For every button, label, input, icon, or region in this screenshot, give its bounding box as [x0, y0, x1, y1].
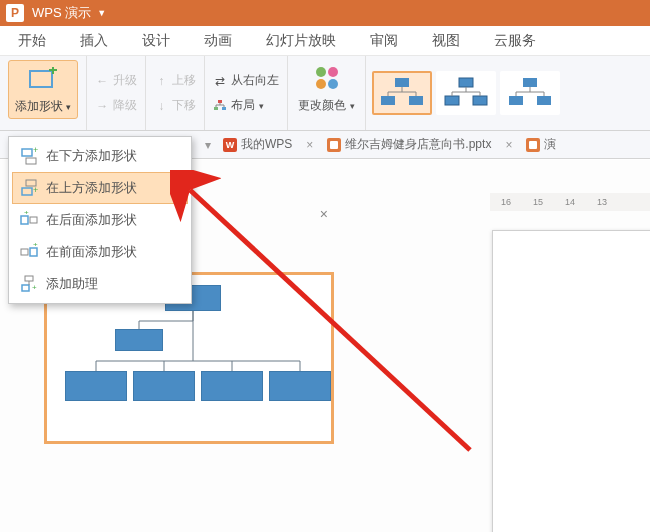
- add-shape-dropdown: + 在下方添加形状 + 在上方添加形状 + 在后面添加形状 + 在前面添加形状 …: [8, 136, 192, 304]
- demote-icon: →: [95, 99, 109, 113]
- svg-text:+: +: [33, 185, 38, 195]
- ribbon-group-direction: ⇄ 从右向左 布局 ▾: [205, 56, 288, 130]
- movedown-label: 下移: [172, 97, 196, 114]
- menu-design[interactable]: 设计: [142, 32, 170, 50]
- smartart-style-1[interactable]: [372, 71, 432, 115]
- wps-logo-icon: W: [223, 138, 237, 152]
- promote-icon: ←: [95, 74, 109, 88]
- svg-text:+: +: [33, 147, 38, 155]
- org-connectors: [57, 285, 321, 431]
- promote-button[interactable]: ← 升级: [95, 72, 137, 89]
- ribbon-group-addshape: 添加形状 ▾: [0, 56, 87, 130]
- rtl-label: 从右向左: [231, 72, 279, 89]
- svg-rect-22: [445, 96, 459, 105]
- svg-point-13: [328, 79, 338, 89]
- svg-rect-16: [409, 96, 423, 105]
- menuitem-add-after-label: 在后面添加形状: [46, 211, 137, 229]
- menu-slideshow[interactable]: 幻灯片放映: [266, 32, 336, 50]
- ribbon-styles-gallery: [366, 56, 566, 130]
- promote-label: 升级: [113, 72, 137, 89]
- svg-rect-14: [395, 78, 409, 87]
- svg-rect-45: [30, 248, 37, 256]
- add-before-icon: +: [20, 243, 38, 261]
- tab-close-2[interactable]: ×: [503, 138, 514, 152]
- svg-point-12: [316, 79, 326, 89]
- add-shape-icon: [23, 64, 63, 96]
- demote-label: 降级: [113, 97, 137, 114]
- menuitem-add-assistant-label: 添加助理: [46, 275, 98, 293]
- moveup-label: 上移: [172, 72, 196, 89]
- app-title: WPS 演示: [32, 4, 91, 22]
- main-slide-canvas[interactable]: [492, 230, 650, 532]
- svg-text:+: +: [33, 243, 38, 249]
- demote-button[interactable]: → 降级: [95, 97, 137, 114]
- layout-label: 布局 ▾: [231, 97, 263, 114]
- menuitem-add-above[interactable]: + 在上方添加形状: [12, 172, 188, 204]
- movedown-button[interactable]: ↓ 下移: [154, 97, 196, 114]
- add-shape-button[interactable]: 添加形状 ▾: [8, 60, 78, 119]
- ribbon: 添加形状 ▾ ← 升级 → 降级 ↑ 上移 ↓ 下移 ⇄ 从右向左: [0, 56, 650, 131]
- tab-partial-label: 演: [544, 136, 556, 153]
- smartart-style-2[interactable]: [436, 71, 496, 115]
- svg-rect-36: [26, 158, 36, 164]
- menuitem-add-before-label: 在前面添加形状: [46, 243, 137, 261]
- menu-insert[interactable]: 插入: [80, 32, 108, 50]
- tabbar-chevron-icon[interactable]: ▾: [205, 138, 211, 152]
- svg-rect-48: [22, 285, 29, 291]
- menu-cloud[interactable]: 云服务: [494, 32, 536, 50]
- menu-start[interactable]: 开始: [18, 32, 46, 50]
- app-logo: P: [6, 4, 24, 22]
- pptx-icon-2: [526, 138, 540, 152]
- menuitem-add-before[interactable]: + 在前面添加形状: [12, 236, 188, 268]
- svg-rect-23: [473, 96, 487, 105]
- svg-rect-42: [30, 217, 37, 223]
- add-shape-label: 添加形状 ▾: [15, 98, 71, 115]
- rtl-button[interactable]: ⇄ 从右向左: [213, 72, 279, 89]
- tab-mywps[interactable]: W 我的WPS: [217, 136, 298, 153]
- svg-rect-29: [509, 96, 523, 105]
- ruler-tick: 16: [490, 197, 522, 207]
- ruler-tick: 15: [522, 197, 554, 207]
- menubar: 开始 插入 设计 动画 幻灯片放映 审阅 视图 云服务: [0, 26, 650, 56]
- menuitem-add-assistant[interactable]: + 添加助理: [12, 268, 188, 300]
- menuitem-add-below-label: 在下方添加形状: [46, 147, 137, 165]
- menuitem-add-above-label: 在上方添加形状: [46, 179, 137, 197]
- menu-view[interactable]: 视图: [432, 32, 460, 50]
- add-below-icon: +: [20, 147, 38, 165]
- ruler-tick: 14: [554, 197, 586, 207]
- smartart-style-3[interactable]: [500, 71, 560, 115]
- movedown-icon: ↓: [154, 99, 168, 113]
- change-color-button[interactable]: 更改颜色 ▾: [288, 56, 365, 130]
- menuitem-add-after[interactable]: + 在后面添加形状: [12, 204, 188, 236]
- tab-partial[interactable]: 演: [520, 136, 562, 153]
- ribbon-group-move: ↑ 上移 ↓ 下移: [146, 56, 205, 130]
- layout-button[interactable]: 布局 ▾: [213, 97, 279, 114]
- menu-review[interactable]: 审阅: [370, 32, 398, 50]
- menuitem-add-below[interactable]: + 在下方添加形状: [12, 140, 188, 172]
- svg-rect-4: [214, 107, 218, 110]
- tab-close-1[interactable]: ×: [304, 138, 315, 152]
- tab-document[interactable]: 维尔吉姆健身店意向书.pptx: [321, 136, 497, 153]
- add-assistant-icon: +: [20, 275, 38, 293]
- menu-animation[interactable]: 动画: [204, 32, 232, 50]
- svg-point-10: [316, 67, 326, 77]
- titlebar-dropdown-icon[interactable]: ▼: [97, 8, 106, 18]
- svg-rect-5: [222, 107, 226, 110]
- svg-text:+: +: [32, 283, 37, 292]
- svg-rect-39: [22, 188, 32, 195]
- ruler-tick: 13: [586, 197, 618, 207]
- panel-close-button[interactable]: ×: [320, 206, 328, 222]
- add-above-icon: +: [20, 179, 38, 197]
- svg-rect-30: [537, 96, 551, 105]
- org-chart-preview: [57, 285, 321, 431]
- layout-icon: [213, 99, 227, 113]
- add-after-icon: +: [20, 211, 38, 229]
- titlebar: P WPS 演示 ▼: [0, 0, 650, 26]
- svg-rect-28: [523, 78, 537, 87]
- svg-rect-35: [22, 149, 32, 156]
- svg-rect-47: [25, 276, 33, 281]
- moveup-button[interactable]: ↑ 上移: [154, 72, 196, 89]
- horizontal-ruler: 16 15 14 13: [490, 193, 650, 211]
- svg-rect-15: [381, 96, 395, 105]
- moveup-icon: ↑: [154, 74, 168, 88]
